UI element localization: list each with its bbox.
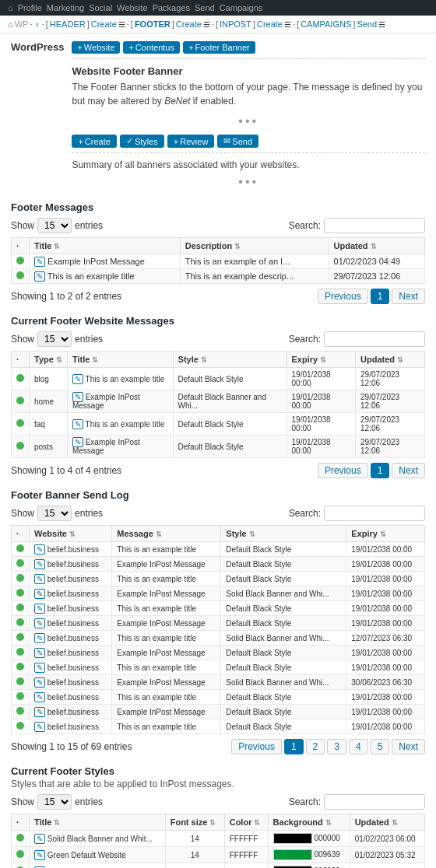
- edit-icon[interactable]: ✎: [34, 618, 45, 628]
- col-expiry[interactable]: Expiry ⇅: [287, 352, 356, 368]
- table-row: posts ✎ Example InPost Message Default B…: [12, 436, 425, 458]
- footer-messages-page1-btn[interactable]: 1: [371, 289, 390, 304]
- send-log-page2-btn[interactable]: 2: [306, 739, 325, 754]
- footer-messages-next-btn[interactable]: Next: [392, 289, 425, 304]
- current-footer-showing: Showing 1 to 4 of 4 entries: [11, 465, 121, 476]
- current-footer-next-btn[interactable]: Next: [392, 463, 425, 478]
- edit-icon[interactable]: ✎: [34, 589, 45, 599]
- col-sl-expiry[interactable]: Expiry ⇅: [346, 526, 425, 542]
- current-footer-entries-select[interactable]: 15: [37, 331, 72, 347]
- breadcrumb-create2[interactable]: Create: [176, 19, 202, 29]
- create-plus-icon: +: [78, 137, 83, 146]
- nav-social[interactable]: Social: [89, 3, 112, 12]
- edit-icon[interactable]: ✎: [34, 633, 45, 643]
- col-type[interactable]: Type ⇅: [30, 352, 68, 368]
- footer-messages-pagination: Showing 1 to 2 of 2 entries Previous 1 N…: [11, 289, 425, 304]
- styles-button[interactable]: ✓ Styles: [120, 135, 164, 148]
- send-log-prev-btn[interactable]: Previous: [231, 739, 282, 754]
- send-log-page4-btn[interactable]: 4: [349, 739, 368, 754]
- nav-packages[interactable]: Packages: [153, 3, 190, 12]
- edit-icon[interactable]: ✎: [34, 692, 45, 702]
- table-row: ✎ belief.business Example InPost Message…: [12, 586, 425, 601]
- edit-icon[interactable]: ✎: [34, 257, 45, 267]
- nav-send[interactable]: Send: [195, 3, 215, 12]
- footer-messages-prev-btn[interactable]: Previous: [318, 289, 368, 304]
- footer-messages-search-input[interactable]: [324, 218, 425, 233]
- col-st-title[interactable]: Title ⇅: [30, 814, 166, 831]
- nav-marketing[interactable]: Marketing: [47, 3, 84, 12]
- edit-icon[interactable]: ✎: [34, 604, 45, 614]
- current-footer-prev-btn[interactable]: Previous: [318, 463, 368, 478]
- current-footer-pagination: Showing 1 to 4 of 4 entries Previous 1 N…: [11, 463, 425, 478]
- edit-icon[interactable]: ✎: [34, 574, 45, 584]
- col-st-background[interactable]: Background ⇅: [268, 814, 350, 831]
- edit-icon[interactable]: ✎: [72, 374, 83, 384]
- edit-icon[interactable]: ✎: [34, 722, 45, 732]
- col-updated2[interactable]: Updated ⇅: [356, 352, 425, 368]
- breadcrumb-campaigns[interactable]: CAMPAIGNS: [301, 19, 351, 29]
- col-sl-website[interactable]: Website ⇅: [30, 526, 112, 542]
- col-dot[interactable]: ·: [12, 352, 30, 368]
- edit-icon[interactable]: ✎: [34, 544, 45, 555]
- col-description[interactable]: Description ⇅: [180, 238, 329, 254]
- nav-home[interactable]: ⌂: [8, 3, 13, 12]
- edit-icon[interactable]: ✎: [34, 834, 45, 844]
- edit-icon[interactable]: ✎: [34, 663, 45, 673]
- col-title[interactable]: Title ⇅: [30, 238, 181, 254]
- send-log-next-btn[interactable]: Next: [392, 739, 425, 754]
- website-nav: + Website + Contentus + Footer Banner: [72, 41, 425, 54]
- col-style[interactable]: Style ⇅: [173, 352, 287, 368]
- col-indicator[interactable]: ·: [12, 238, 30, 254]
- table-row: ✎ belief.business Example InPost Message…: [12, 705, 425, 719]
- nav-campaigns[interactable]: Campaigns: [220, 3, 263, 12]
- review-button[interactable]: + Review: [167, 135, 215, 148]
- col-sl-style[interactable]: Style ⇅: [221, 526, 346, 542]
- edit-icon[interactable]: ✎: [72, 419, 83, 429]
- col-st-color[interactable]: Color ⇅: [224, 814, 268, 831]
- breadcrumb-footer[interactable]: FOOTER: [135, 19, 171, 29]
- edit-icon[interactable]: ✎: [34, 559, 45, 569]
- edit-icon[interactable]: ✎: [34, 677, 45, 688]
- send-log-page3-btn[interactable]: 3: [327, 739, 346, 754]
- footer-messages-title: Footer Messages: [11, 201, 425, 213]
- send-log-search-input[interactable]: [324, 506, 425, 521]
- styles-search-input[interactable]: [324, 794, 425, 810]
- current-footer-search-input[interactable]: [324, 331, 425, 347]
- edit-icon[interactable]: ✎: [34, 707, 45, 717]
- col-sl-dot[interactable]: ·: [12, 526, 30, 542]
- edit-icon[interactable]: ✎: [72, 437, 83, 447]
- send-log-page1-btn[interactable]: 1: [284, 739, 304, 754]
- send-log-page5-btn[interactable]: 5: [371, 739, 390, 754]
- col-sl-message[interactable]: Message ⇅: [112, 526, 221, 542]
- footer-banner-nav-btn[interactable]: + Footer Banner: [183, 41, 255, 54]
- website-nav-btn[interactable]: + Website: [72, 41, 120, 54]
- col-st-fontsize[interactable]: Font size ⇅: [165, 814, 224, 831]
- edit-icon[interactable]: ✎: [34, 271, 45, 282]
- col-title2[interactable]: Title ⇅: [67, 352, 173, 368]
- send-log-entries-select[interactable]: 15: [37, 506, 72, 521]
- col-st-updated[interactable]: Updated ⇅: [350, 814, 424, 831]
- col-updated[interactable]: Updated ⇅: [329, 238, 424, 254]
- nav-website[interactable]: Website: [117, 3, 148, 12]
- contentus-nav-btn[interactable]: + Contentus: [123, 41, 180, 54]
- table-row: ✎ belief.business Example InPost Message…: [12, 616, 425, 631]
- edit-icon[interactable]: ✎: [72, 392, 83, 402]
- footer-messages-entries-select[interactable]: 15: [37, 218, 72, 233]
- breadcrumb-send[interactable]: Send: [357, 19, 377, 29]
- breadcrumb-create3[interactable]: Create: [257, 19, 283, 29]
- breadcrumb-inpost[interactable]: INPOST: [220, 19, 251, 29]
- breadcrumb-wordpress[interactable]: ♀: [33, 19, 40, 29]
- styles-show: Show 15 entries: [11, 794, 103, 810]
- edit-icon[interactable]: ✎: [34, 648, 45, 658]
- col-st-dot[interactable]: ·: [12, 814, 30, 831]
- create-button[interactable]: + Create: [72, 135, 116, 148]
- current-footer-page1-btn[interactable]: 1: [371, 463, 390, 478]
- breadcrumb-home-icon[interactable]: ⌂: [8, 19, 13, 29]
- breadcrumb-create1[interactable]: Create: [91, 19, 117, 29]
- send-button[interactable]: ✉ Send: [217, 135, 258, 148]
- edit-icon[interactable]: ✎: [34, 850, 45, 860]
- table-row: ✎ belief.business This is an example tit…: [12, 660, 425, 675]
- styles-entries-select[interactable]: 15: [37, 794, 72, 810]
- nav-profile[interactable]: Profile: [18, 3, 42, 12]
- breadcrumb-header[interactable]: HEADER: [50, 19, 86, 29]
